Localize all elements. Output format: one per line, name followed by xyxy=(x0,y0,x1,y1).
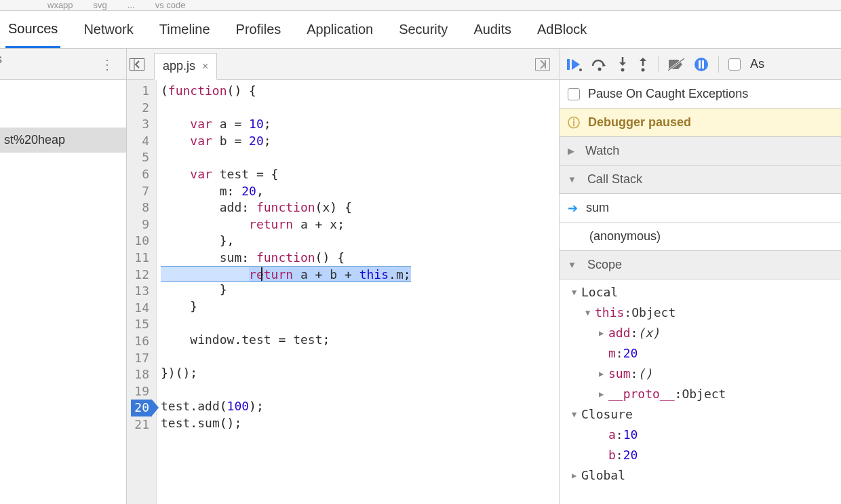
code-line[interactable]: m: 20, xyxy=(161,183,411,200)
tab-sources[interactable]: Sources xyxy=(5,11,60,48)
pretty-print-icon[interactable] xyxy=(532,54,553,75)
line-number[interactable]: 8 xyxy=(131,199,152,216)
code-line[interactable] xyxy=(161,149,411,166)
line-number[interactable]: 3 xyxy=(131,116,152,133)
scope-prop[interactable]: ▶add: (x) xyxy=(587,323,841,343)
code-line[interactable] xyxy=(161,382,411,399)
line-gutter[interactable]: 123456789101112131415161718192021 xyxy=(127,80,157,504)
tab-application[interactable]: Application xyxy=(304,11,376,48)
line-number[interactable]: 17 xyxy=(131,350,152,367)
line-number[interactable]: 4 xyxy=(131,133,152,150)
async-checkbox[interactable] xyxy=(728,58,741,71)
scope-var[interactable]: b: 20 xyxy=(587,445,841,465)
step-into-icon[interactable] xyxy=(617,57,628,72)
tab-profiles[interactable]: Profiles xyxy=(233,11,284,48)
line-number[interactable]: 21 xyxy=(131,416,152,433)
line-number[interactable]: 10 xyxy=(131,233,152,250)
banner-text: Debugger paused xyxy=(588,115,691,130)
code-body[interactable]: (function() { var a = 10; var b = 20; va… xyxy=(157,80,411,504)
info-icon: ⓘ xyxy=(568,115,580,131)
sidebar-item[interactable]: st%20heap xyxy=(0,128,126,153)
line-number[interactable]: 7 xyxy=(131,183,152,200)
code-line[interactable] xyxy=(161,100,411,117)
tab-network[interactable]: Network xyxy=(81,11,136,48)
scope-prop[interactable]: m: 20 xyxy=(587,343,841,364)
code-line[interactable]: sum: function() { xyxy=(161,250,411,267)
tab-security[interactable]: Security xyxy=(396,11,450,48)
scope-prop[interactable]: ▶__proto__: Object xyxy=(587,384,841,404)
code-line[interactable]: var b = 20; xyxy=(161,133,411,150)
pause-exceptions-icon[interactable] xyxy=(694,57,709,72)
code-line[interactable] xyxy=(161,315,411,332)
pause-caught-checkbox[interactable] xyxy=(568,88,580,100)
frame-name: sum xyxy=(586,201,609,215)
line-number[interactable]: 18 xyxy=(131,366,152,383)
scope-this[interactable]: ▼this: Object xyxy=(573,303,841,323)
pause-caught-row[interactable]: Pause On Caught Exceptions xyxy=(560,80,841,109)
scope-closure[interactable]: ▼Closure xyxy=(560,404,841,425)
tab-adblock[interactable]: AdBlock xyxy=(534,11,589,48)
code-line[interactable]: } xyxy=(161,282,411,298)
line-number[interactable]: 19 xyxy=(131,383,152,400)
toggle-navigator-icon[interactable] xyxy=(127,54,147,75)
file-tab-name: app.js xyxy=(163,59,195,73)
callstack-frame[interactable]: (anonymous) xyxy=(560,222,841,251)
code-line[interactable]: var a = 10; xyxy=(161,116,411,133)
callstack-frame[interactable]: ➔ sum xyxy=(560,194,841,222)
watch-section[interactable]: ▶ Watch xyxy=(560,137,841,166)
line-number[interactable]: 14 xyxy=(131,300,152,317)
crumb: svg xyxy=(94,0,107,10)
line-number[interactable]: 20 xyxy=(131,400,152,416)
toolbar: s ⋮ app.js × xyxy=(0,49,841,80)
line-number[interactable]: 2 xyxy=(131,100,152,117)
line-number[interactable]: 13 xyxy=(131,283,152,300)
line-number[interactable]: 15 xyxy=(131,316,152,333)
current-frame-icon: ➔ xyxy=(568,201,578,216)
svg-rect-11 xyxy=(699,60,701,69)
code-line[interactable]: }, xyxy=(161,233,411,250)
step-over-icon[interactable] xyxy=(591,58,608,71)
pause-caught-label: Pause On Caught Exceptions xyxy=(588,87,748,101)
code-line[interactable]: window.test = test; xyxy=(161,332,411,349)
line-number[interactable]: 12 xyxy=(131,267,152,284)
code-line[interactable]: })(); xyxy=(161,365,411,382)
svg-rect-3 xyxy=(567,59,570,70)
scope-section[interactable]: ▼ Scope xyxy=(560,251,841,279)
code-line[interactable]: test.add(100); xyxy=(161,398,411,415)
code-line[interactable]: var test = { xyxy=(161,166,411,183)
line-number[interactable]: 16 xyxy=(131,333,152,350)
line-number[interactable]: 11 xyxy=(131,250,152,267)
frame-name: (anonymous) xyxy=(589,229,661,244)
top-crumbs: wxapp svg ... vs code xyxy=(0,0,841,11)
scope-var[interactable]: a: 10 xyxy=(587,425,841,445)
resume-icon[interactable] xyxy=(567,58,582,71)
close-icon[interactable]: × xyxy=(202,60,208,73)
code-line[interactable]: return a + x; xyxy=(161,216,411,233)
file-tab[interactable]: app.js × xyxy=(154,53,217,80)
tab-timeline[interactable]: Timeline xyxy=(157,11,213,48)
deactivate-breakpoints-icon[interactable] xyxy=(668,58,684,71)
code-line[interactable]: (function() { xyxy=(161,83,411,100)
scope-local[interactable]: ▼Local xyxy=(560,282,841,303)
svg-rect-0 xyxy=(130,58,144,70)
line-number[interactable]: 9 xyxy=(131,216,152,233)
line-number[interactable]: 1 xyxy=(131,83,152,100)
line-number[interactable]: 5 xyxy=(131,149,152,166)
line-number[interactable]: 6 xyxy=(131,166,152,183)
chevron-down-icon: ▼ xyxy=(568,174,576,185)
tab-audits[interactable]: Audits xyxy=(471,11,514,48)
code-line[interactable]: add: function(x) { xyxy=(161,199,411,216)
code-line[interactable]: } xyxy=(161,298,411,315)
code-line[interactable]: return a + b + this.m; xyxy=(161,266,411,283)
code-line[interactable] xyxy=(161,349,411,366)
code-line[interactable]: test.sum(); xyxy=(161,415,411,432)
callstack-section[interactable]: ▼ Call Stack xyxy=(560,166,841,194)
svg-point-5 xyxy=(598,67,602,71)
scope-prop[interactable]: ▶sum: () xyxy=(587,364,841,384)
crumb: ... xyxy=(128,0,135,10)
code-editor[interactable]: 123456789101112131415161718192021 (funct… xyxy=(127,80,560,504)
scope-global[interactable]: ▶Global xyxy=(560,465,841,486)
more-icon[interactable]: ⋮ xyxy=(96,56,118,73)
separator xyxy=(718,56,719,73)
step-out-icon[interactable] xyxy=(638,57,648,72)
